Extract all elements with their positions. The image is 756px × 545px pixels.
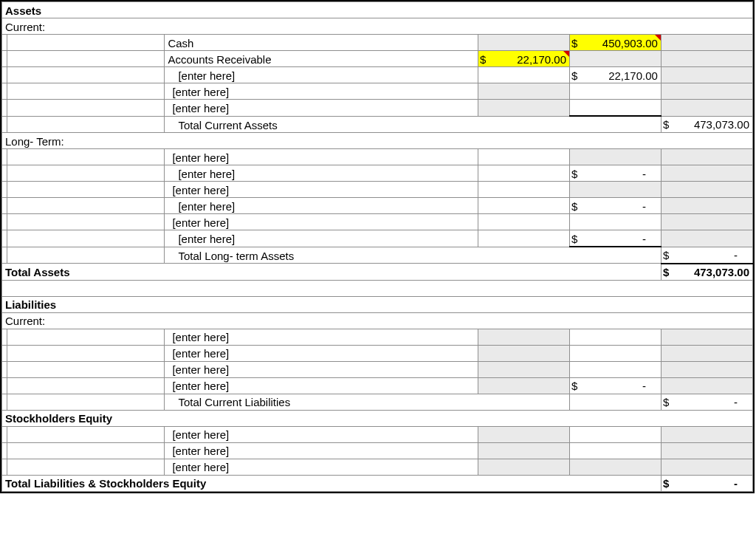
row-liab-current-header: Current:	[2, 312, 753, 329]
row-total-current-liab: Total Current Liabilities $ -	[2, 394, 753, 410]
lt1-value[interactable]: -	[579, 165, 662, 182]
row-se-3: [enter here]	[2, 459, 753, 475]
row-total-lt-assets: Total Long- term Assets $ -	[2, 247, 753, 264]
row-se-1: [enter here]	[2, 426, 753, 442]
row-accounts-receivable: Accounts Receivable $ 22,170.00	[2, 51, 753, 67]
label-enter[interactable]: [enter here]	[165, 83, 478, 100]
row-cash: Cash $ 450,903.00	[2, 35, 753, 51]
row-current-header: Current:	[2, 18, 753, 35]
liabilities-header: Liabilities	[2, 296, 753, 312]
row-lt-3: [enter here]	[2, 214, 753, 230]
label-ar[interactable]: Accounts Receivable	[165, 51, 478, 67]
label-enter[interactable]: [enter here]	[165, 345, 478, 361]
label-enter[interactable]: [enter here]	[165, 377, 478, 394]
row-liab-4: [enter here] $ -	[2, 377, 753, 394]
tcl-value[interactable]: -	[670, 394, 753, 410]
row-total-current-assets: Total Current Assets $ 473,073.00	[2, 116, 753, 133]
lt3-value[interactable]: -	[579, 230, 662, 247]
liab-current-header: Current:	[2, 312, 753, 329]
label-enter[interactable]: [enter here]	[165, 214, 478, 230]
label-enter[interactable]: [enter here]	[165, 100, 478, 117]
label-enter[interactable]: [enter here]	[165, 426, 478, 442]
lt2-value[interactable]: -	[579, 198, 662, 214]
row-lt-2-sub: [enter here] $ -	[2, 198, 753, 214]
tca-value[interactable]: 473,073.00	[670, 116, 753, 133]
ar-sym[interactable]: $	[478, 51, 487, 67]
row-lt-1-sub: [enter here] $ -	[2, 165, 753, 182]
label-tlta[interactable]: Total Long- term Assets	[165, 247, 661, 264]
cash-sym[interactable]: $	[569, 35, 578, 51]
label-enter[interactable]: [enter here]	[165, 67, 478, 83]
total-assets-label: Total Assets	[2, 264, 662, 281]
row-longterm-header: Long- Term:	[2, 133, 753, 149]
total-assets-value[interactable]: 473,073.00	[670, 264, 753, 281]
row-total-assets: Total Assets $ 473,073.00	[2, 264, 753, 281]
row-assets-header: Assets	[2, 2, 753, 18]
se-header: Stockholders Equity	[2, 410, 753, 426]
label-tca[interactable]: Total Current Assets	[165, 116, 661, 133]
row-spacer	[2, 280, 753, 296]
cash-value[interactable]: 450,903.00	[579, 35, 662, 51]
row-enter-assets-1: [enter here] $ 22,170.00	[2, 67, 753, 83]
label-enter[interactable]: [enter here]	[165, 165, 478, 182]
balance-sheet: Assets Current: Cash $ 450,903.00 Accoun…	[0, 0, 755, 493]
ar-sum-value[interactable]: 22,170.00	[579, 67, 662, 83]
assets-header: Assets	[2, 2, 753, 18]
row-tlse: Total Liabilities & Stockholders Equity …	[2, 475, 753, 491]
label-cash[interactable]: Cash	[165, 35, 478, 51]
row-lt-3-sub: [enter here] $ -	[2, 230, 753, 247]
row-liab-1: [enter here]	[2, 329, 753, 345]
longterm-header: Long- Term:	[2, 133, 753, 149]
balance-sheet-table: Assets Current: Cash $ 450,903.00 Accoun…	[1, 1, 753, 492]
label-enter[interactable]: [enter here]	[165, 230, 478, 247]
row-lt-1: [enter here]	[2, 149, 753, 165]
row-enter-assets-2: [enter here]	[2, 83, 753, 100]
row-enter-assets-3: [enter here]	[2, 100, 753, 117]
row-lt-2: [enter here]	[2, 182, 753, 198]
row-liabilities-header: Liabilities	[2, 296, 753, 312]
label-enter[interactable]: [enter here]	[165, 459, 478, 475]
current-header: Current:	[2, 18, 753, 35]
liab4-value[interactable]: -	[579, 377, 662, 394]
ar-value[interactable]: 22,170.00	[487, 51, 570, 67]
ar-sum-sym[interactable]: $	[569, 67, 578, 83]
row-liab-2: [enter here]	[2, 345, 753, 361]
label-enter[interactable]: [enter here]	[165, 182, 478, 198]
row-se-2: [enter here]	[2, 442, 753, 459]
label-enter[interactable]: [enter here]	[165, 442, 478, 459]
row-liab-3: [enter here]	[2, 361, 753, 377]
label-tcl[interactable]: Total Current Liabilities	[165, 394, 570, 410]
label-enter[interactable]: [enter here]	[165, 149, 478, 165]
label-enter[interactable]: [enter here]	[165, 361, 478, 377]
tca-sym[interactable]: $	[661, 116, 670, 133]
row-se-header: Stockholders Equity	[2, 410, 753, 426]
tlse-label: Total Liabilities & Stockholders Equity	[2, 475, 662, 491]
label-enter[interactable]: [enter here]	[165, 329, 478, 345]
label-enter[interactable]: [enter here]	[165, 198, 478, 214]
tlta-value[interactable]: -	[670, 247, 753, 264]
tlse-value[interactable]: -	[670, 475, 753, 491]
